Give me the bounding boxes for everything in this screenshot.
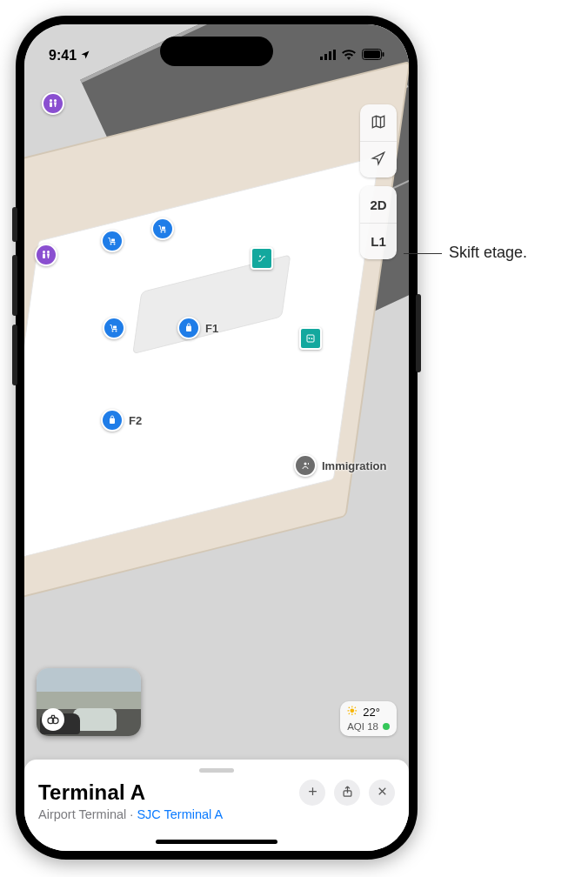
poi-label: Immigration [322, 459, 386, 472]
svg-rect-3 [333, 50, 336, 60]
locate-me-button[interactable] [360, 141, 397, 177]
card-grabber[interactable] [199, 768, 234, 773]
svg-rect-5 [364, 50, 380, 58]
svg-rect-0 [320, 57, 323, 60]
home-indicator[interactable] [156, 840, 277, 844]
iphone-frame: 9:41 [16, 16, 418, 860]
svg-point-7 [50, 99, 52, 102]
cellular-signal-icon [320, 48, 336, 64]
svg-point-13 [110, 244, 112, 245]
silent-switch[interactable] [12, 207, 17, 242]
svg-rect-11 [43, 254, 45, 259]
svg-line-35 [355, 713, 356, 714]
aqi-label: AQI 18 [347, 721, 378, 733]
poi-elevator[interactable] [299, 327, 322, 350]
volume-up-button[interactable] [12, 255, 17, 316]
poi-label: F1 [205, 322, 218, 335]
svg-rect-21 [113, 326, 117, 329]
svg-point-17 [164, 231, 166, 233]
map-controls: 2D L1 [360, 104, 397, 259]
floor-picker-button[interactable]: L1 [360, 223, 397, 259]
baggage-cart-icon [101, 230, 124, 252]
svg-point-19 [112, 331, 114, 332]
poi-restroom-2[interactable] [35, 244, 57, 266]
view-2d-label: 2D [370, 197, 386, 212]
callout-leader-line [404, 253, 442, 254]
poi-baggage-f1[interactable]: F1 [177, 317, 218, 339]
svg-rect-2 [329, 51, 331, 60]
view-2d-button[interactable]: 2D [360, 186, 397, 223]
svg-point-16 [161, 231, 163, 233]
power-button[interactable] [416, 294, 421, 372]
screen: 9:41 [24, 24, 409, 851]
callout-text: Skift etage. [449, 244, 527, 262]
poi-restroom-1[interactable] [42, 92, 64, 115]
immigration-icon [294, 454, 317, 477]
poi-immigration[interactable]: Immigration [294, 454, 386, 477]
close-icon [376, 785, 389, 801]
place-card[interactable]: Terminal A Airport Terminal · SJC Termin… [24, 760, 409, 851]
poi-escalator[interactable] [251, 247, 273, 270]
battery-icon [362, 48, 384, 64]
elevator-icon [299, 327, 322, 350]
volume-down-button[interactable] [12, 325, 17, 385]
svg-line-37 [349, 713, 350, 714]
svg-rect-8 [50, 103, 52, 108]
share-button[interactable] [334, 780, 360, 806]
sun-icon [347, 706, 359, 721]
baggage-cart-icon [103, 317, 125, 339]
location-arrow-icon [370, 150, 387, 170]
svg-point-10 [43, 251, 45, 253]
map-icon [370, 113, 387, 133]
location-services-icon [80, 48, 90, 64]
svg-point-14 [114, 244, 116, 245]
svg-point-20 [116, 331, 117, 332]
map-mode-button[interactable] [360, 104, 397, 141]
place-link[interactable]: SJC Terminal A [137, 807, 223, 821]
share-icon [341, 785, 354, 801]
svg-point-9 [54, 99, 57, 102]
escalator-icon [251, 247, 273, 270]
poi-baggage-f2[interactable]: F2 [101, 409, 142, 432]
svg-rect-1 [324, 54, 327, 60]
weather-chip[interactable]: 22° AQI 18 [340, 701, 397, 736]
restroom-icon [35, 244, 57, 266]
svg-point-26 [304, 463, 307, 465]
binoculars-icon [42, 708, 64, 731]
aqi-status-dot [383, 723, 390, 730]
svg-rect-6 [383, 52, 384, 57]
svg-point-29 [351, 708, 355, 713]
svg-point-12 [47, 251, 50, 253]
svg-rect-23 [307, 335, 314, 342]
svg-point-22 [259, 256, 261, 258]
luggage-icon [177, 317, 200, 339]
luggage-icon [101, 409, 124, 432]
place-subtitle: Airport Terminal · SJC Terminal A [38, 807, 395, 821]
add-button[interactable] [299, 780, 325, 806]
floor-label: L1 [371, 234, 386, 249]
wifi-icon [341, 48, 357, 64]
place-title: Terminal A [38, 780, 145, 805]
poi-label: F2 [129, 414, 142, 427]
svg-line-36 [355, 707, 356, 708]
status-time: 9:41 [49, 48, 77, 64]
svg-line-34 [349, 707, 350, 708]
place-category: Airport Terminal [38, 807, 126, 821]
dynamic-island [160, 37, 273, 66]
temperature-value: 22° [363, 706, 380, 720]
restroom-icon [42, 92, 64, 115]
look-around-thumbnail[interactable] [37, 668, 141, 736]
baggage-cart-icon [151, 218, 174, 240]
poi-baggage-cart-3[interactable] [103, 317, 125, 339]
poi-baggage-cart-2[interactable] [151, 218, 174, 240]
plus-icon [306, 785, 319, 801]
svg-rect-15 [111, 239, 115, 242]
svg-rect-24 [186, 326, 191, 332]
close-button[interactable] [369, 780, 395, 806]
poi-baggage-cart-1[interactable] [101, 230, 124, 252]
svg-rect-25 [110, 418, 115, 425]
svg-rect-18 [162, 227, 165, 230]
